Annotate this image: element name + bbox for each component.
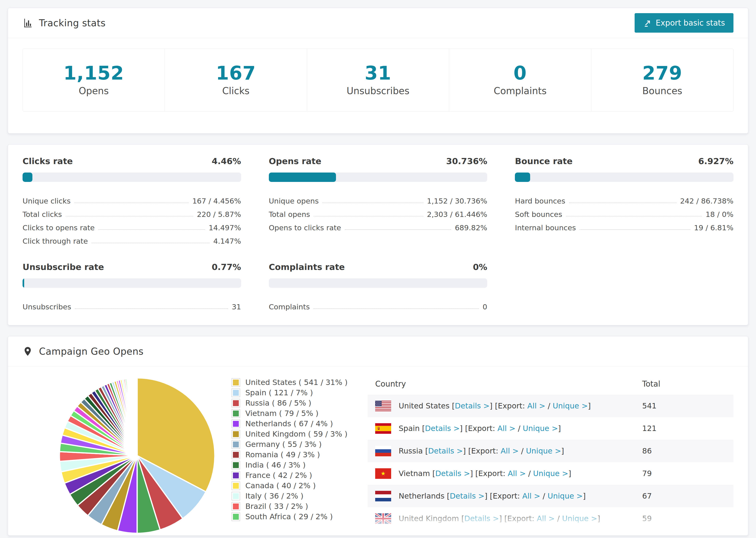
stat-label: Unsubscribes [307,85,449,96]
legend-label: Brazil ( 33 / 2% ) [245,502,308,511]
export-unique-link[interactable]: Unique > [533,469,568,478]
table-row: Netherlands [Details >] [Export: All > /… [368,485,733,507]
rate-row-value: 242 / 86.738% [680,197,733,205]
progress-fill [23,278,24,288]
stat-label: Bounces [591,85,733,96]
rate-row-value: 18 / 0% [706,210,733,219]
country-name: Vietnam [399,469,432,478]
rate-row: Clicks to opens rate14.497% [23,219,241,232]
country-line: United States [Details >] [Export: All >… [399,402,591,410]
legend-item: Brazil ( 33 / 2% ) [232,501,349,511]
rate-row-label: Complaints [269,302,310,311]
export-basic-stats-button[interactable]: Export basic stats [635,13,733,32]
export-all-link[interactable]: All > [508,469,526,478]
export-unique-link[interactable]: Unique > [523,424,558,433]
bar-chart-icon [23,18,33,28]
rate-row: Unsubscribes31 [23,297,241,311]
rate-row-value: 220 / 5.87% [197,210,241,219]
stat-label: Opens [23,85,165,96]
dotted-leader [580,229,690,230]
legend-item: Spain ( 121 / 7% ) [232,388,349,398]
legend-label: Italy ( 36 / 2% ) [245,492,303,501]
rate-title: Complaints rate [269,262,345,272]
rates-card: Clicks rate4.46%Unique clicks167 / 4.456… [8,144,748,325]
rate-value: 6.927% [698,156,733,166]
progress-track [23,278,241,288]
rate-row: Unique clicks167 / 4.456% [23,192,241,205]
legend-swatch [232,481,240,490]
details-link[interactable]: Details > [425,424,460,433]
dotted-leader [322,202,423,203]
country-name: United States [399,402,452,410]
geo-body: United States ( 541 / 31% )Spain ( 121 /… [8,366,748,536]
country-line: Russia [Details >] [Export: All > / Uniq… [399,447,564,456]
rate-head: Bounce rate6.927% [515,156,733,166]
legend-swatch-color [233,462,239,468]
table-row: Vietnam [Details >] [Export: All > / Uni… [368,462,733,485]
rate-head: Complaints rate0% [269,262,487,272]
total-value: 121 [635,417,733,440]
country-cell: Vietnam [Details >] [Export: All > / Uni… [368,462,635,485]
details-link[interactable]: Details > [435,469,470,478]
rate-row: Total opens2,303 / 61.446% [269,205,487,219]
export-all-link[interactable]: All > [537,514,555,523]
legend-swatch-color [233,483,239,489]
dotted-leader [313,308,479,309]
export-all-link[interactable]: All > [501,447,519,456]
export-unique-link[interactable]: Unique > [562,514,597,523]
tracking-stats-title: Tracking stats [39,18,106,28]
page: Tracking stats Export basic stats 1,152O… [0,0,756,538]
legend-label: Spain ( 121 / 7% ) [245,388,313,397]
details-link[interactable]: Details > [450,492,485,501]
rate-row-value: 19 / 6.81% [694,224,733,232]
table-row [368,530,733,536]
rate-row-label: Hard bounces [515,197,565,205]
details-link[interactable]: Details > [428,447,463,456]
export-unique-link[interactable]: Unique > [548,492,583,501]
flag-nl-icon [375,491,391,501]
tracking-stats-card: Tracking stats Export basic stats 1,152O… [8,8,748,134]
legend-swatch [232,399,240,407]
rate-block-complaints: Complaints rate0%Complaints0 [269,262,487,311]
rate-row-value: 689.82% [455,224,487,232]
dotted-leader [66,216,193,216]
export-unique-link[interactable]: Unique > [526,447,561,456]
country-line: Vietnam [Details >] [Export: All > / Uni… [399,469,571,478]
legend-swatch [232,419,240,428]
stat-clicks: 167Clicks [165,49,307,111]
legend-swatch [232,512,240,521]
export-all-link[interactable]: All > [522,492,540,501]
legend-swatch-color [233,400,239,406]
table-row: United Kingdom [Details >] [Export: All … [368,507,733,530]
rate-row-label: Unsubscribes [23,302,71,311]
details-link[interactable]: Details > [464,514,499,523]
geo-pie-chart [57,376,217,536]
country-cell: United States [Details >] [Export: All >… [368,395,635,417]
legend-item: Netherlands ( 67 / 4% ) [232,418,349,429]
stat-value: 1,152 [23,63,165,83]
legend-swatch [232,409,240,418]
legend-swatch [232,492,240,501]
progress-track [269,173,487,182]
progress-fill [269,173,336,182]
progress-fill [515,173,530,182]
stat-opens: 1,152Opens [23,49,165,111]
legend-label: Germany ( 55 / 3% ) [245,440,322,449]
legend-item: Vietnam ( 79 / 5% ) [232,408,349,418]
export-unique-link[interactable]: Unique > [553,402,588,410]
rate-row-value: 2,303 / 61.446% [427,210,487,219]
rate-title: Bounce rate [515,156,572,166]
export-all-link[interactable]: All > [498,424,515,433]
legend-swatch-color [233,504,239,510]
rate-row: Hard bounces242 / 86.738% [515,192,733,205]
dotted-leader [91,243,209,243]
legend-item: United Kingdom ( 59 / 3% ) [232,429,349,439]
rate-row: Unique opens1,152 / 30.736% [269,192,487,205]
export-all-link[interactable]: All > [527,402,545,410]
rate-row: Complaints0 [269,297,487,311]
legend-item: Canada ( 40 / 2% ) [232,480,349,491]
details-link[interactable]: Details > [455,402,490,410]
rate-rows: Unique opens1,152 / 30.736%Total opens2,… [269,192,487,232]
rate-row-value: 0 [483,302,487,311]
rate-row-label: Unique clicks [23,197,71,205]
